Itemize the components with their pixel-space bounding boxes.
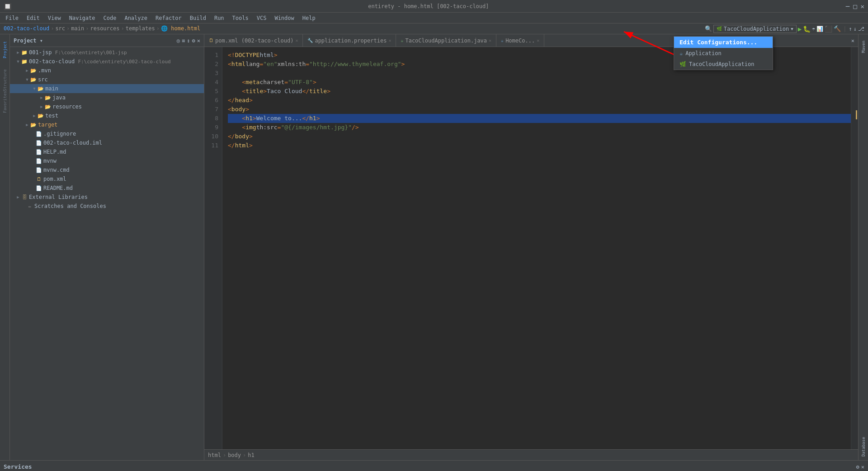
- tab-close-props[interactable]: ✕: [388, 38, 391, 43]
- breadcrumb-html[interactable]: html: [208, 452, 221, 458]
- breadcrumb-h1[interactable]: h1: [248, 452, 254, 458]
- tree-item-help[interactable]: 📄 HELP.md: [10, 147, 204, 156]
- settings-button[interactable]: ⚙: [192, 38, 195, 44]
- menu-bar: File Edit View Navigate Code Analyze Ref…: [0, 13, 868, 24]
- tree-item-ext-libs[interactable]: ▶ 🗄 External Libraries: [10, 193, 204, 202]
- gutter-marker: [856, 110, 857, 119]
- tree-label-main: main: [45, 85, 58, 92]
- services-close-button[interactable]: ✕: [861, 464, 864, 470]
- maximize-button[interactable]: □: [853, 3, 857, 10]
- tree-item-mvn[interactable]: ▶ 📂 .mvn: [10, 66, 204, 75]
- tree-label-mvn: .mvn: [38, 67, 51, 74]
- services-settings-button[interactable]: ⚙: [856, 464, 859, 470]
- menu-navigate[interactable]: Navigate: [66, 14, 99, 22]
- menu-help[interactable]: Help: [299, 14, 319, 22]
- taco-app-config-item[interactable]: 🌿 TacoCloudApplication: [674, 59, 773, 70]
- tab-close-home-co[interactable]: ✕: [537, 38, 539, 43]
- breadcrumb-templates[interactable]: templates: [126, 25, 155, 32]
- debug-button[interactable]: 🐛: [803, 25, 811, 33]
- tree-item-resources[interactable]: ▶ 📂 resources: [10, 102, 204, 111]
- menu-code[interactable]: Code: [100, 14, 120, 22]
- code-content[interactable]: <!DOCTYPE html> <html lang="en" xmlns:th…: [222, 47, 851, 449]
- project-tree: ▶ 📁 001-jsp F:\code\entirety\001-jsp ▼ 📁…: [10, 47, 204, 460]
- breadcrumb-src[interactable]: src: [55, 25, 65, 32]
- file-icon-readme: 📄: [35, 185, 42, 191]
- left-sidebar-icons: Project Structure Favorites: [0, 34, 10, 460]
- menu-view[interactable]: View: [44, 14, 65, 22]
- tree-item-test[interactable]: ▶ 📂 test: [10, 111, 204, 120]
- project-panel-title: Project ▾: [14, 38, 43, 44]
- project-view-button[interactable]: Project: [1, 36, 9, 63]
- commit-button[interactable]: ↑: [849, 26, 852, 32]
- database-button[interactable]: Database: [859, 433, 868, 460]
- tab-app-properties[interactable]: 🔧 application.properties ✕: [303, 34, 396, 47]
- maven-button[interactable]: Maven: [859, 35, 868, 58]
- tree-item-src[interactable]: ▼ 📂 src: [10, 75, 204, 84]
- tree-item-scratches[interactable]: ✏ Scratches and Consoles: [10, 202, 204, 211]
- favorites-button[interactable]: Favorites: [0, 98, 9, 107]
- run-config-dropdown-menu: Edit Configurations... ☕ Application 🌿 T…: [674, 36, 773, 70]
- breadcrumb-resources[interactable]: resources: [90, 25, 119, 32]
- edit-configurations-item[interactable]: Edit Configurations...: [674, 37, 773, 48]
- menu-tools[interactable]: Tools: [229, 14, 252, 22]
- file-icon-pom: 🗒: [35, 176, 42, 182]
- tree-item-target[interactable]: ▶ 📂 target: [10, 120, 204, 129]
- breadcrumb-file[interactable]: 🌐 home.html: [161, 25, 200, 32]
- build-button[interactable]: 🔨: [834, 25, 841, 32]
- profile-button[interactable]: 📊: [816, 26, 823, 32]
- stop-button[interactable]: ⬛: [825, 25, 832, 33]
- vcs-button[interactable]: ⎇: [858, 26, 864, 32]
- tree-item-001-jsp[interactable]: ▶ 📁 001-jsp F:\code\entirety\001-jsp: [10, 48, 204, 57]
- breadcrumb-project[interactable]: 002-taco-cloud: [4, 25, 49, 32]
- folder-icon-java: 📂: [44, 95, 52, 101]
- menu-window[interactable]: Window: [271, 14, 297, 22]
- tree-item-mvnwcmd[interactable]: 📄 mvnw.cmd: [10, 165, 204, 174]
- tree-item-gitignore[interactable]: 📄 .gitignore: [10, 129, 204, 138]
- tree-item-pom-xml[interactable]: 🗒 pom.xml: [10, 174, 204, 184]
- menu-vcs[interactable]: VCS: [253, 14, 270, 22]
- coverage-button[interactable]: ☂: [812, 26, 815, 32]
- breadcrumb-body[interactable]: body: [228, 452, 241, 458]
- application-config-item[interactable]: ☕ Application: [674, 48, 773, 59]
- code-line-8[interactable]: <h1> Welcome to... </h1>: [228, 114, 851, 123]
- tree-label-resources: resources: [52, 104, 82, 110]
- tab-pom-xml[interactable]: 🗒 pom.xml (002-taco-cloud) ✕: [204, 34, 303, 47]
- menu-analyze[interactable]: Analyze: [121, 14, 151, 22]
- tab-taco-app[interactable]: ☕ TacoCloudApplication.java ✕: [396, 34, 496, 47]
- tree-item-002-taco-cloud[interactable]: ▼ 📁 002-taco-cloud F:\code\entirety\002-…: [10, 57, 204, 66]
- close-all-tabs-button[interactable]: ✕: [848, 38, 858, 44]
- editor-area: 🗒 pom.xml (002-taco-cloud) ✕ 🔧 applicati…: [204, 34, 858, 460]
- tree-label-test: test: [45, 113, 58, 119]
- collapse-all-button[interactable]: ≡: [182, 38, 185, 44]
- tab-close-taco-app[interactable]: ✕: [489, 38, 491, 43]
- locate-button[interactable]: ◎: [177, 38, 180, 44]
- search-everywhere-button[interactable]: 🔍: [705, 25, 712, 32]
- sort-button[interactable]: ↕: [187, 38, 190, 44]
- tree-item-mvnw[interactable]: 📄 mvnw: [10, 156, 204, 165]
- tree-item-java[interactable]: ▶ 📂 java: [10, 93, 204, 102]
- tab-home-co[interactable]: ☕ HomeCo... ✕: [496, 34, 544, 47]
- tree-label-src: src: [38, 76, 48, 83]
- tree-item-iml[interactable]: 📄 002-taco-cloud.iml: [10, 138, 204, 147]
- menu-refactor[interactable]: Refactor: [152, 14, 185, 22]
- close-button[interactable]: ✕: [861, 3, 864, 10]
- tab-label-taco-app: TacoCloudApplication.java: [405, 38, 487, 44]
- menu-edit[interactable]: Edit: [23, 14, 43, 22]
- close-project-panel-button[interactable]: ✕: [197, 38, 200, 44]
- run-config-selector[interactable]: 🌿 TacoCloudApplication ▼: [713, 25, 797, 33]
- update-button[interactable]: ↓: [854, 26, 857, 32]
- folder-icon-main: 📂: [37, 86, 44, 92]
- tab-close-pom[interactable]: ✕: [295, 38, 298, 43]
- tree-item-readme[interactable]: 📄 README.md: [10, 184, 204, 193]
- window-controls: ─ □ ✕: [846, 3, 864, 10]
- run-button[interactable]: ▶: [798, 25, 802, 33]
- tab-icon-home-co: ☕: [501, 38, 504, 43]
- menu-file[interactable]: File: [2, 14, 22, 22]
- menu-run[interactable]: Run: [211, 14, 228, 22]
- breadcrumb-main[interactable]: main: [71, 25, 84, 32]
- tree-item-main[interactable]: ▼ 📂 main: [10, 84, 204, 93]
- minimize-button[interactable]: ─: [846, 3, 849, 10]
- structure-button[interactable]: Structure: [0, 76, 9, 85]
- tab-label-home-co: HomeCo...: [505, 38, 535, 44]
- menu-build[interactable]: Build: [186, 14, 210, 22]
